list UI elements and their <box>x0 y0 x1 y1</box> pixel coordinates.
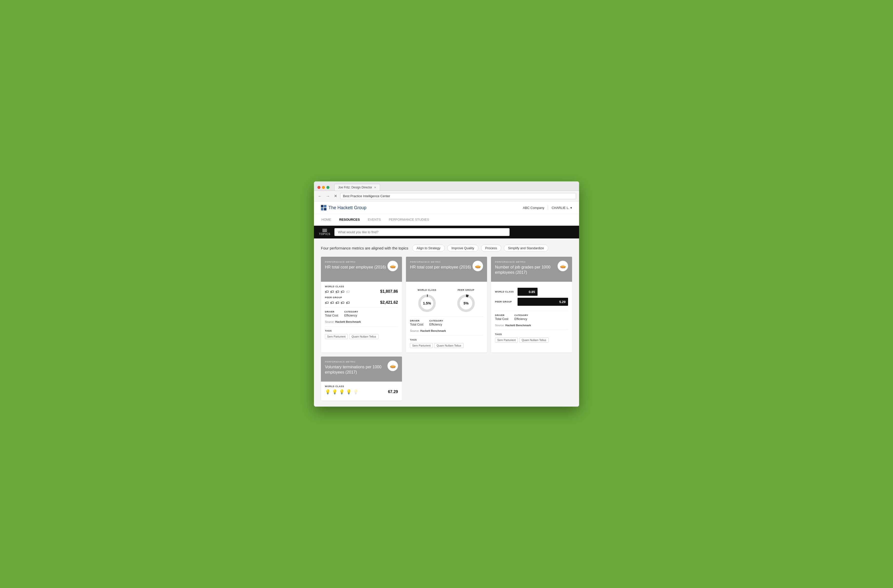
card-1-header-text: PERFORMANCE METRIC HR total cost per emp… <box>325 261 386 270</box>
forward-button[interactable]: → <box>325 193 331 199</box>
card-1-world-class-row: 🏷 🏷 🏷 🏷 🏷 $1,807.86 <box>325 289 398 294</box>
card-1-peer-group: PEER GROUP 🏷 🏷 🏷 🏷 🏷 $2,421.62 <box>325 296 398 305</box>
close-dot[interactable] <box>317 186 320 189</box>
search-input[interactable] <box>334 228 510 236</box>
card-2-icon-circle: 🥧 <box>472 261 483 271</box>
card-1-driver-value: Total Cost <box>325 314 338 317</box>
card-3-world-class-value: 0.85 <box>529 290 535 294</box>
filter-simplify-standardize[interactable]: Simplify and Standardize <box>504 244 548 252</box>
bulb-icon-3: 💡 <box>339 389 344 395</box>
card-3-tag-2[interactable]: Quam Nullam Tellus <box>519 338 548 343</box>
card-1-label: PERFORMANCE METRIC <box>325 261 386 263</box>
card-2-donut1-label: WORLD CLASS <box>418 289 436 291</box>
card-2-source: Source: Hackett Benchmark <box>410 328 483 335</box>
card-2-header: PERFORMANCE METRIC HR total cost per emp… <box>406 257 487 282</box>
money-icon-pg-2: 🏷 <box>330 301 334 305</box>
card-2-driver-group: DRIVER Total Cost <box>410 320 423 326</box>
card-2-category-group: CATEGORY Efficiency <box>429 320 443 326</box>
card-1-driver-group: DRIVER Total Cost <box>325 311 338 317</box>
card-2-donut1: 1.5% <box>417 293 437 313</box>
nav-home[interactable]: HOME <box>321 214 332 226</box>
browser-titlebar: Joe Fritz: Design Director ✕ <box>314 181 579 191</box>
card-3-category-value: Efficiency <box>514 317 528 321</box>
card-1: PERFORMANCE METRIC HR total cost per emp… <box>321 257 402 353</box>
card-1-category-label: CATEGORY <box>344 311 358 313</box>
card-2-tags-row: Sem Parturient Quam Nullam Tellus <box>410 343 483 348</box>
card-2-tag-2[interactable]: Quam Nullam Tellus <box>434 343 463 348</box>
card-1-driver-section: DRIVER Total Cost CATEGORY Efficiency <box>325 307 398 319</box>
logo-square-1 <box>321 205 323 208</box>
app-header: The Hackett Group ABC Company CHARLIE L.… <box>314 202 579 214</box>
card-1-title: HR total cost per employee (2016) <box>325 265 386 270</box>
tab-title: Joe Fritz: Design Director <box>338 186 372 189</box>
bottom-card-1-title: Voluntary terminations per 1000 employee… <box>325 365 388 375</box>
bottom-card-1-body: WORLD CLASS 💡 💡 💡 💡 💡 67.29 <box>321 382 402 401</box>
card-1-tags-row: Sem Parturient Quam Nullam Tellus <box>325 334 398 339</box>
card-2-tags-section: TAGS Sem Parturient Quam Nullam Tellus <box>410 335 483 349</box>
card-3-bar-world-class: WORLD CLASS 0.85 <box>495 288 568 296</box>
money-icon-pg-5: 🏷 <box>346 301 350 305</box>
card-1-header: PERFORMANCE METRIC HR total cost per emp… <box>321 257 402 282</box>
bottom-card-1: PERFORMANCE METRIC Voluntary termination… <box>321 356 402 401</box>
nav-events[interactable]: EVENTS <box>367 214 381 226</box>
card-2-donut-section: WORLD CLASS 1.5% PEER <box>410 285 483 315</box>
card-3-source-bold: Hackett Benchmark <box>505 324 531 327</box>
card-1-tag-2[interactable]: Quam Nullam Tellus <box>349 334 378 339</box>
pie-chart-icon-3: 🥧 <box>560 263 566 269</box>
pie-chart-icon-1: 🥧 <box>390 263 396 269</box>
card-3-world-class-bar: 0.85 <box>517 288 538 296</box>
card-2-title: HR total cost per employee (2016) <box>410 265 471 270</box>
pie-chart-icon-4: 🥧 <box>390 363 396 369</box>
card-2-label: PERFORMANCE METRIC <box>410 261 471 263</box>
card-1-source-bold: Hackett Benchmark <box>335 320 361 323</box>
topics-label[interactable]: TOPICS <box>319 229 331 235</box>
nav-performance-studies[interactable]: PERFORMANCE STUDIES <box>388 214 430 226</box>
bottom-cards-grid: PERFORMANCE METRIC Voluntary termination… <box>321 356 572 401</box>
logo-square-3 <box>321 208 323 211</box>
card-2-category-value: Efficiency <box>429 323 443 326</box>
back-button[interactable]: ← <box>317 193 323 199</box>
filter-description: Four performance metrics are aligned wit… <box>321 246 408 250</box>
topics-bar: TOPICS <box>314 226 579 238</box>
card-3-source: Source: Hackett Benchmark <box>495 323 568 330</box>
card-3-world-class-label: WORLD CLASS <box>495 290 515 293</box>
card-3-driver-group: DRIVER Total Cost <box>495 314 508 321</box>
card-2-driver-label: DRIVER <box>410 320 423 322</box>
logo-area: The Hackett Group <box>321 205 367 211</box>
card-2-donut2: 5% <box>456 293 476 313</box>
card-1-body: WORLD CLASS 🏷 🏷 🏷 🏷 🏷 $1,807.86 <box>321 282 402 344</box>
money-icon-pg-1: 🏷 <box>325 301 329 305</box>
browser-tab[interactable]: Joe Fritz: Design Director ✕ <box>334 184 380 191</box>
minimize-dot[interactable] <box>322 186 325 189</box>
card-1-driver-label: DRIVER <box>325 311 338 313</box>
browser-addressbar: ← → ✕ <box>314 191 579 202</box>
card-3-tag-1[interactable]: Sem Parturient <box>495 338 518 343</box>
card-1-icon-circle: 🥧 <box>388 261 398 271</box>
filter-process[interactable]: Process <box>481 244 501 252</box>
money-icon-2: 🏷 <box>330 289 334 294</box>
card-1-source: Source: Hackett Benchmark <box>325 319 398 326</box>
pie-chart-icon-2: 🥧 <box>475 263 481 269</box>
filter-improve-quality[interactable]: Improve Quality <box>447 244 478 252</box>
nav-resources[interactable]: RESOURCES <box>339 214 360 226</box>
card-3-driver-label: DRIVER <box>495 314 508 317</box>
card-1-world-class-value: $1,807.86 <box>380 289 398 294</box>
card-2-donut2-group: PEER GROUP 5% <box>456 289 476 313</box>
money-icon-4: 🏷 <box>341 289 344 294</box>
card-2-driver-value: Total Cost <box>410 323 423 326</box>
address-input[interactable] <box>340 193 576 199</box>
card-1-category-value: Efficiency <box>344 314 358 317</box>
money-icon-3: 🏷 <box>335 289 339 294</box>
filter-align-to-strategy[interactable]: Align to Strategy <box>412 244 445 252</box>
card-2-tag-1[interactable]: Sem Parturient <box>410 343 433 348</box>
card-3-peer-group-bar: 5.29 <box>517 298 568 306</box>
bottom-card-1-world-class-label: WORLD CLASS <box>325 385 398 388</box>
bottom-card-1-world-class-value: 67.29 <box>388 389 398 394</box>
user-menu-button[interactable]: CHARLIE L. ▾ <box>552 206 572 210</box>
card-1-tag-1[interactable]: Sem Parturient <box>325 334 348 339</box>
bottom-card-1-world-class: WORLD CLASS 💡 💡 💡 💡 💡 67.29 <box>325 385 398 395</box>
bottom-card-1-header-text: PERFORMANCE METRIC Voluntary termination… <box>325 361 388 375</box>
tab-close-icon[interactable]: ✕ <box>374 186 376 189</box>
maximize-dot[interactable] <box>326 186 329 189</box>
reload-button[interactable]: ✕ <box>333 193 338 199</box>
